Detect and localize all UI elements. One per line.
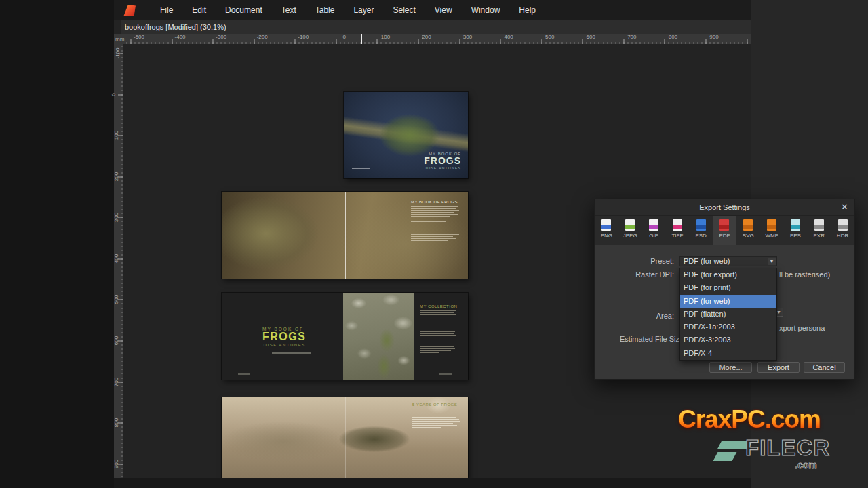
vruler-label: -100	[115, 47, 121, 58]
preset-label: Preset:	[650, 257, 674, 265]
footer-right	[439, 373, 452, 375]
format-tab-jpeg[interactable]: JPEG	[618, 216, 642, 245]
cover-credit-line	[352, 168, 370, 169]
more-button[interactable]: More...	[709, 362, 752, 373]
ruler-cursor-marker	[361, 34, 362, 44]
paragraph-line	[420, 336, 456, 336]
cancel-button[interactable]: Cancel	[804, 362, 845, 373]
vruler-label: 600	[113, 336, 119, 345]
paragraph-line	[412, 421, 460, 422]
hruler-label: 700	[627, 34, 636, 40]
hruler-label: 800	[669, 34, 677, 40]
pdf-file-icon	[719, 219, 729, 231]
page-spread-years[interactable]: 5 YEARS OF FROGS	[222, 397, 468, 478]
preset-option[interactable]: PDF/X-4	[680, 347, 776, 360]
hruler-label: -400	[175, 34, 186, 40]
paragraph-line	[411, 240, 448, 241]
raster-note-fragment: ll be rasterised)	[779, 270, 830, 279]
page-spread-title[interactable]: MY BOOK OF FROGS JOSE ANTUNES MY COLLECT…	[222, 293, 468, 380]
preset-dropdown[interactable]: PDF (for web) ▼	[679, 256, 777, 266]
horizontal-ruler[interactable]: -500-400-300-200-10001002003004005006007…	[123, 34, 751, 44]
paragraph-line	[420, 338, 452, 338]
hruler-label: -100	[298, 34, 309, 40]
preset-option[interactable]: PDF/X-3:2003	[680, 333, 776, 346]
format-tab-label: SVG	[743, 232, 754, 239]
paragraph-line	[420, 327, 440, 327]
menu-item-table[interactable]: Table	[306, 0, 344, 20]
format-tab-eps[interactable]: EPS	[784, 216, 808, 245]
cover-subtitle: JOSE ANTUNES	[424, 166, 461, 170]
paragraph-line	[411, 247, 437, 247]
hruler-label: -300	[216, 34, 226, 40]
intro-text-column: MY BOOK OF FROGS	[411, 200, 461, 249]
format-tab-tiff[interactable]: TIFF	[665, 216, 689, 245]
vertical-ruler[interactable]: -1000100200300400500600700800900	[114, 44, 123, 478]
preset-option[interactable]: PDF (for print)	[680, 281, 776, 294]
collection-text-column: MY COLLECTION	[420, 304, 458, 354]
document-tab[interactable]: bookoffrogs [Modified] (30.1%)	[121, 20, 751, 34]
paragraph-line	[420, 319, 456, 319]
page-spread-intro[interactable]: MY BOOK OF FROGS	[222, 192, 468, 279]
paragraph-line	[412, 409, 460, 409]
export-button[interactable]: Export	[757, 362, 800, 373]
paragraph-line	[411, 214, 458, 215]
paragraph-line	[411, 245, 452, 245]
menu-item-help[interactable]: Help	[509, 0, 545, 20]
menu-item-view[interactable]: View	[425, 0, 462, 20]
hruler-label: -200	[257, 34, 268, 40]
paragraph-line	[420, 352, 439, 353]
preset-option[interactable]: PDF/X-1a:2003	[680, 321, 776, 333]
menu-item-select[interactable]: Select	[383, 0, 425, 20]
paragraph-line	[411, 234, 459, 235]
menu-item-document[interactable]: Document	[216, 0, 272, 20]
png-file-icon	[601, 219, 611, 231]
format-tab-gif[interactable]: GIF	[642, 216, 666, 245]
file-icon-band	[625, 225, 635, 229]
format-tab-psd[interactable]: PSD	[689, 216, 713, 245]
format-tab-exr[interactable]: EXR	[807, 216, 831, 245]
paragraph-line	[411, 210, 459, 211]
svg-file-icon	[743, 219, 753, 231]
title-large: FROGS	[262, 331, 311, 342]
paragraph-line	[411, 216, 450, 217]
format-tab-wmf[interactable]: WMF	[760, 216, 784, 245]
document-tab-strip: bookoffrogs [Modified] (30.1%)	[121, 20, 751, 34]
format-tab-label: JPEG	[623, 232, 637, 239]
persona-text-fragment: xport persona	[779, 324, 825, 332]
tiff-file-icon	[673, 219, 682, 231]
paragraph-line	[420, 342, 450, 342]
paragraph-line	[420, 340, 456, 340]
menu-item-text[interactable]: Text	[272, 0, 306, 20]
hdr-file-icon	[838, 219, 848, 231]
format-tab-svg[interactable]: SVG	[736, 216, 760, 245]
menu-item-file[interactable]: File	[151, 0, 182, 20]
format-tab-hdr[interactable]: HDR	[831, 216, 854, 245]
dialog-title: Export Settings	[595, 199, 854, 216]
paragraph-line	[411, 236, 453, 237]
page-spread-cover[interactable]: MY BOOK OF FROGS JOSE ANTUNES	[344, 92, 468, 178]
format-tab-pdf[interactable]: PDF	[713, 216, 736, 245]
page-gutter	[345, 397, 346, 478]
close-icon[interactable]: ✕	[841, 199, 848, 216]
file-icon-band	[649, 225, 658, 229]
paragraph-line	[412, 413, 460, 413]
paragraph-line	[420, 333, 454, 334]
paragraph-line	[420, 321, 454, 321]
paragraph-line	[420, 314, 456, 315]
vruler-label: 200	[113, 172, 119, 181]
menu-item-edit[interactable]: Edit	[182, 0, 216, 20]
format-tab-png[interactable]: PNG	[595, 216, 618, 245]
paragraph-line	[420, 350, 451, 351]
menu-items: FileEditDocumentTextTableLayerSelectView…	[151, 0, 545, 20]
app-logo-icon[interactable]	[122, 5, 136, 16]
menu-item-layer[interactable]: Layer	[344, 0, 383, 20]
hruler-label: 400	[504, 34, 513, 40]
menu-item-window[interactable]: Window	[462, 0, 510, 20]
ruler-unit-corner: mm	[114, 34, 123, 44]
dialog-title-bar[interactable]: Export Settings ✕	[595, 199, 854, 216]
preset-option[interactable]: PDF (flatten)	[680, 308, 776, 321]
preset-option[interactable]: PDF (for export)	[680, 268, 776, 281]
chevron-down-icon[interactable]: ▼	[768, 258, 776, 265]
frogs-texture-photo	[343, 293, 414, 380]
preset-option-selected[interactable]: PDF (for web)	[680, 295, 776, 308]
